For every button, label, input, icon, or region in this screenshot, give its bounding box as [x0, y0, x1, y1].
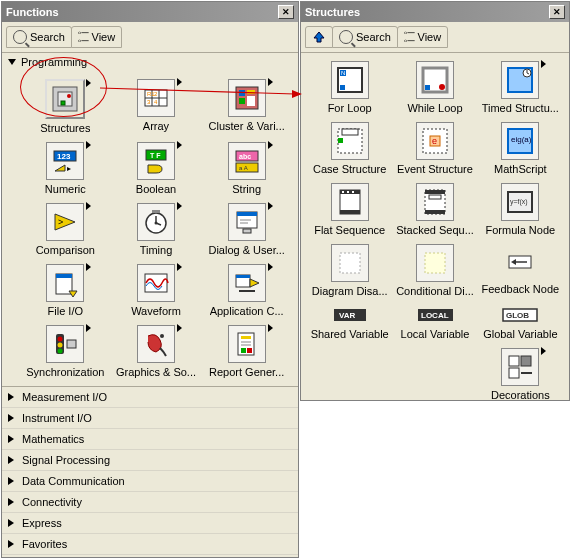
structures-item[interactable]: Structures: [22, 79, 109, 134]
svg-point-52: [160, 334, 164, 338]
cat-connectivity[interactable]: Connectivity: [2, 492, 298, 513]
cat-favorites[interactable]: Favorites: [2, 534, 298, 555]
formula-node-label: Formula Node: [485, 224, 555, 236]
cat-express[interactable]: Express: [2, 513, 298, 534]
array-label: Array: [143, 120, 169, 132]
programming-label: Programming: [21, 56, 87, 68]
submenu-arrow-icon: [541, 60, 546, 68]
decorations-item[interactable]: Decorations: [480, 348, 561, 401]
mathscript-label: MathScript: [494, 163, 547, 175]
svg-point-50: [58, 349, 63, 354]
flat-seq-item[interactable]: Flat Sequence: [309, 183, 390, 236]
local-var-item[interactable]: LOCAL Local Variable: [394, 305, 475, 340]
svg-rect-14: [247, 90, 255, 94]
programming-header[interactable]: Programming: [2, 53, 298, 71]
diagram-disable-icon: [331, 244, 369, 282]
cat-mathematics[interactable]: Mathematics: [2, 429, 298, 450]
string-item[interactable]: abca A String: [203, 142, 290, 195]
search-label: Search: [356, 31, 391, 43]
flat-seq-label: Flat Sequence: [314, 224, 385, 236]
case-struct-label: Case Structure: [313, 163, 386, 175]
svg-text:▸: ▸: [67, 164, 71, 173]
expand-icon: [8, 435, 14, 443]
svg-rect-92: [425, 253, 445, 273]
functions-toolbar: Search ◦─◦─ View: [2, 22, 298, 53]
up-arrow-icon: [312, 30, 326, 44]
diagram-disable-item[interactable]: Diagram Disa...: [309, 244, 390, 297]
structures-search-button[interactable]: Search: [332, 26, 398, 48]
functions-titlebar: Functions ✕: [2, 2, 298, 22]
comparison-label: Comparison: [36, 244, 95, 256]
structures-up-button[interactable]: [305, 26, 333, 48]
feedback-node-item[interactable]: Feedback Node: [480, 244, 561, 297]
svg-rect-57: [241, 348, 246, 353]
functions-title-text: Functions: [6, 6, 59, 18]
svg-rect-13: [239, 90, 245, 96]
numeric-item[interactable]: 123▸ Numeric: [22, 142, 109, 195]
svg-marker-59: [314, 32, 324, 42]
mathscript-item[interactable]: eig(a) MathScript: [480, 122, 561, 175]
cat-measurement-io[interactable]: Measurement I/O: [2, 387, 298, 408]
conditional-disable-item[interactable]: Conditional Di...: [394, 244, 475, 297]
decorations-label: Decorations: [491, 389, 550, 401]
functions-close-button[interactable]: ✕: [278, 5, 294, 19]
numeric-icon: 123▸: [46, 142, 84, 180]
expand-icon: [8, 519, 14, 527]
svg-rect-54: [241, 336, 251, 339]
shared-var-label: Shared Variable: [311, 328, 389, 340]
for-loop-item[interactable]: N For Loop: [309, 61, 390, 114]
report-item[interactable]: Report Gener...: [203, 325, 290, 378]
graphics-item[interactable]: Graphics & So...: [113, 325, 200, 378]
event-struct-item[interactable]: e Event Structure: [394, 122, 475, 175]
structures-view-button[interactable]: ◦─◦─ View: [397, 26, 448, 48]
appcontrol-item[interactable]: Application C...: [203, 264, 290, 317]
view-label: View: [92, 31, 116, 43]
global-var-item[interactable]: GLOB Global Variable: [480, 305, 561, 340]
cat-signal-processing[interactable]: Signal Processing: [2, 450, 298, 471]
waveform-icon: [137, 264, 175, 302]
waveform-item[interactable]: Waveform: [113, 264, 200, 317]
svg-rect-15: [239, 98, 245, 104]
svg-rect-2: [61, 101, 65, 105]
graphics-label: Graphics & So...: [116, 366, 196, 378]
cluster-icon: [228, 79, 266, 117]
timed-struct-icon: [501, 61, 539, 99]
global-var-label: Global Variable: [483, 328, 557, 340]
stacked-seq-label: Stacked Sequ...: [396, 224, 474, 236]
fileio-item[interactable]: File I/O: [22, 264, 109, 317]
timed-struct-item[interactable]: Timed Structu...: [480, 61, 561, 114]
svg-text:123: 123: [57, 152, 71, 161]
boolean-item[interactable]: T F Boolean: [113, 142, 200, 195]
while-loop-item[interactable]: While Loop: [394, 61, 475, 114]
dialog-item[interactable]: Dialog & User...: [203, 203, 290, 256]
svg-rect-16: [247, 96, 255, 106]
functions-search-button[interactable]: Search: [6, 26, 72, 48]
decorations-icon: [501, 348, 539, 386]
stacked-seq-item[interactable]: Stacked Sequ...: [394, 183, 475, 236]
structures-close-button[interactable]: ✕: [549, 5, 565, 19]
svg-rect-81: [340, 210, 360, 214]
expand-icon: [8, 456, 14, 464]
svg-rect-86: [425, 190, 445, 194]
svg-text:a A: a A: [239, 165, 248, 171]
report-label: Report Gener...: [209, 366, 284, 378]
svg-point-3: [67, 94, 71, 98]
sync-item[interactable]: Synchronization: [22, 325, 109, 378]
cat-instrument-io[interactable]: Instrument I/O: [2, 408, 298, 429]
case-struct-item[interactable]: Case Structure: [309, 122, 390, 175]
cluster-item[interactable]: Cluster & Vari...: [203, 79, 290, 134]
conditional-disable-label: Conditional Di...: [396, 285, 474, 297]
cat-data-communication[interactable]: Data Communication: [2, 471, 298, 492]
comparison-item[interactable]: > Comparison: [22, 203, 109, 256]
while-loop-icon: [416, 61, 454, 99]
global-var-icon: GLOB: [502, 305, 538, 325]
programming-grid: Structures R1234 Array Cluster & Vari...…: [2, 71, 298, 386]
shared-var-item[interactable]: VAR Shared Variable: [309, 305, 390, 340]
formula-node-item[interactable]: y=f(x) Formula Node: [480, 183, 561, 236]
flat-seq-icon: [331, 183, 369, 221]
timing-item[interactable]: Timing: [113, 203, 200, 256]
array-item[interactable]: R1234 Array: [113, 79, 200, 134]
functions-view-button[interactable]: ◦─◦─ View: [71, 26, 122, 48]
submenu-arrow-icon: [86, 324, 91, 332]
submenu-arrow-icon: [177, 324, 182, 332]
